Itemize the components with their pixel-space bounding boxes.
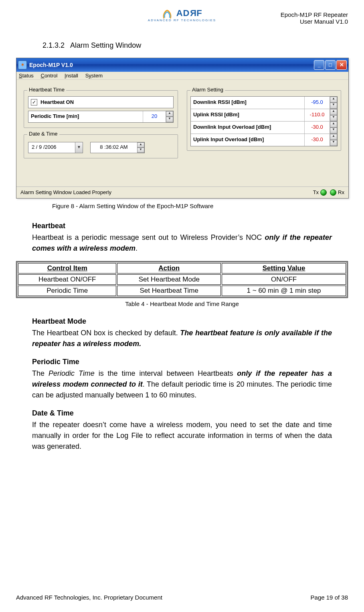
spin-up-icon[interactable]: ▲: [166, 111, 173, 117]
rx-led-icon: [330, 189, 336, 196]
alarm-row-label: Downlink Input Overload [dBm]: [191, 122, 305, 134]
alarm-spinner[interactable]: ▲▼: [330, 97, 337, 109]
alarm-row-value[interactable]: -30.0: [305, 134, 330, 146]
logo-icon: [162, 10, 173, 19]
heartbeat-checkbox[interactable]: ✓: [31, 99, 37, 105]
alarm-row: Downlink Input Overload [dBm] -30.0 ▲▼: [191, 122, 337, 134]
periodic-time-label: Periodic Time [min]: [28, 111, 143, 122]
alarm-row-label: Uplink Input Overload [dBm]: [191, 134, 305, 146]
datetime-heading: Date & Time: [32, 408, 332, 419]
footer-right: Page 19 of 38: [311, 594, 348, 601]
alarm-row-label: Downlink RSSI [dBm]: [191, 97, 305, 109]
table-cell: ON/OFF: [222, 274, 346, 285]
rx-label: Rx: [338, 189, 344, 195]
section-title: Alarm Setting Window: [70, 41, 141, 49]
doc-version: User Manual V1.0: [281, 18, 348, 25]
spin-down-icon[interactable]: ▼: [166, 117, 173, 122]
minimize-button[interactable]: _: [314, 60, 324, 70]
tx-led-icon: [320, 189, 327, 196]
alarm-row-label: Uplink RSSI [dBm]: [191, 109, 305, 121]
time-value: 8 :36:02 AM: [91, 142, 137, 153]
periodic-time-row: Periodic Time [min] 20 ▲ ▼: [28, 111, 174, 123]
table-header: Setting Value: [222, 263, 346, 274]
alarm-spinner[interactable]: ▲▼: [330, 134, 337, 146]
section-heading: 2.1.3.2 Alarm Setting Window: [42, 41, 348, 50]
menu-status[interactable]: Status: [19, 73, 34, 79]
periodic-time-heading: Periodic Time: [32, 357, 332, 367]
date-value: 2 / 9 /2006: [28, 142, 75, 153]
app-window: ✶ Epoch-M1P V1.0 _ □ ✕ Status Control In…: [16, 58, 349, 199]
periodic-time-paragraph: The Periodic Time is the time interval b…: [32, 368, 332, 401]
section-number: 2.1.3.2: [42, 41, 65, 49]
alarm-row: Uplink Input Overload [dBm] -30.0 ▲▼: [191, 134, 337, 146]
datetime-groupbox: Date & Time 2 / 9 /2006 ▼ 8 :36:02 AM ▲ …: [24, 134, 178, 158]
heartbeat-heading: Heartbeat: [32, 221, 332, 231]
heartbeat-on-row: ✓ Heartbeat ON: [28, 96, 174, 108]
document-page: ADRF ADVANCED RF TECHNOLOGIES Epoch-M1P …: [0, 0, 364, 612]
table-cell: Set Heartbeat Mode: [117, 274, 221, 285]
heartbeat-checkbox-label: Heartbeat ON: [40, 99, 173, 105]
footer-left: Advanced RF Technologies, Inc. Proprieta…: [16, 594, 162, 601]
periodic-time-value[interactable]: 20: [143, 111, 166, 122]
alarm-groupbox: Alarm Setting Downlink RSSI [dBm] -95.0 …: [187, 90, 341, 151]
spin-down-icon[interactable]: ▼: [137, 148, 144, 153]
alarm-row: Uplink RSSI [dBm] -110.0 ▲▼: [191, 109, 337, 122]
heartbeat-mode-paragraph: The Heartbeat ON box is checked by defau…: [32, 328, 332, 349]
chevron-down-icon[interactable]: ▼: [75, 142, 83, 153]
doc-title: Epoch-M1P RF Repeater: [281, 11, 348, 18]
menubar: Status Control Install System: [16, 72, 348, 80]
app-icon: ✶: [18, 61, 27, 69]
date-combo[interactable]: 2 / 9 /2006 ▼: [28, 142, 83, 153]
alarm-row: Downlink RSSI [dBm] -95.0 ▲▼: [191, 97, 337, 109]
page-footer: Advanced RF Technologies, Inc. Proprieta…: [16, 594, 348, 601]
logo-text: ADRF: [176, 8, 202, 18]
periodic-time-spinner[interactable]: ▲ ▼: [166, 111, 173, 122]
time-field[interactable]: 8 :36:02 AM ▲ ▼: [90, 142, 145, 153]
close-button[interactable]: ✕: [336, 60, 347, 70]
datetime-paragraph: If the repeater doesn’t come have a wire…: [32, 419, 332, 452]
figure-caption: Figure 8 - Alarm Setting Window of the E…: [52, 203, 348, 209]
table-cell: Periodic Time: [18, 286, 116, 296]
heartbeat-groupbox: Heartbeat Time ✓ Heartbeat ON Periodic T…: [24, 90, 178, 128]
menu-control[interactable]: Control: [40, 73, 57, 79]
table-caption: Table 4 - Heartbeat Mode and Time Range: [16, 300, 348, 307]
menu-system[interactable]: System: [85, 73, 103, 79]
alarm-row-value[interactable]: -95.0: [305, 97, 330, 109]
menu-install[interactable]: Install: [65, 73, 78, 79]
table-header: Action: [117, 263, 221, 274]
alarm-spinner[interactable]: ▲▼: [330, 122, 337, 134]
tx-label: Tx: [313, 189, 319, 195]
statusbar: Alarm Setting Window Loaded Properly Tx …: [16, 186, 348, 198]
status-message: Alarm Setting Window Loaded Properly: [20, 189, 313, 195]
alarm-spinner[interactable]: ▲▼: [330, 109, 337, 121]
time-spinner[interactable]: ▲ ▼: [137, 142, 144, 153]
heartbeat-legend: Heartbeat Time: [27, 87, 66, 93]
titlebar: ✶ Epoch-M1P V1.0 _ □ ✕: [16, 58, 348, 72]
datetime-legend: Date & Time: [27, 131, 59, 137]
table-cell: Set Heartbeat Time: [117, 286, 221, 296]
table-cell: 1 ~ 60 min @ 1 min step: [222, 286, 346, 296]
window-title: Epoch-M1P V1.0: [29, 62, 314, 68]
heartbeat-paragraph: Heartbeat is a periodic message sent out…: [32, 232, 332, 254]
heartbeat-table: Control Item Action Setting Value Heartb…: [16, 261, 348, 298]
alarm-row-value[interactable]: -110.0: [305, 109, 330, 121]
table-cell: Heartbeat ON/OFF: [18, 274, 116, 285]
alarm-row-value[interactable]: -30.0: [305, 122, 330, 134]
header-right: Epoch-M1P RF Repeater User Manual V1.0: [281, 11, 348, 25]
alarm-legend: Alarm Setting: [190, 87, 225, 93]
table-header: Control Item: [18, 263, 116, 274]
heartbeat-mode-heading: Heartbeat Mode: [32, 316, 332, 327]
alarm-table: Downlink RSSI [dBm] -95.0 ▲▼ Uplink RSSI…: [190, 96, 338, 146]
maximize-button[interactable]: □: [325, 60, 336, 70]
spin-up-icon[interactable]: ▲: [137, 142, 144, 148]
